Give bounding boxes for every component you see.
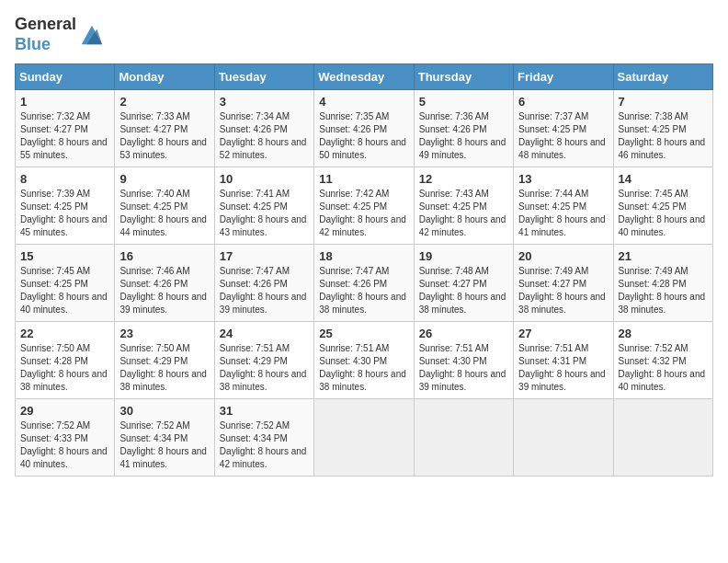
calendar-cell: 21 Sunrise: 7:49 AM Sunset: 4:28 PM Dayl… bbox=[613, 245, 712, 322]
calendar-cell: 14 Sunrise: 7:45 AM Sunset: 4:25 PM Dayl… bbox=[613, 167, 712, 245]
calendar-week-row: 8 Sunrise: 7:39 AM Sunset: 4:25 PM Dayli… bbox=[16, 167, 713, 245]
day-number: 28 bbox=[619, 327, 708, 340]
day-header-sunday: Sunday bbox=[16, 64, 115, 90]
day-number: 27 bbox=[518, 327, 608, 340]
calendar-cell: 20 Sunrise: 7:49 AM Sunset: 4:27 PM Dayl… bbox=[514, 245, 613, 322]
calendar-cell: 27 Sunrise: 7:51 AM Sunset: 4:31 PM Dayl… bbox=[514, 322, 613, 399]
calendar-cell: 24 Sunrise: 7:51 AM Sunset: 4:29 PM Dayl… bbox=[214, 322, 313, 399]
day-number: 31 bbox=[220, 404, 309, 418]
day-info: Sunrise: 7:46 AM Sunset: 4:26 PM Dayligh… bbox=[119, 265, 209, 316]
calendar-cell: 7 Sunrise: 7:38 AM Sunset: 4:25 PM Dayli… bbox=[613, 90, 712, 167]
day-info: Sunrise: 7:51 AM Sunset: 4:31 PM Dayligh… bbox=[518, 342, 608, 394]
day-number: 22 bbox=[20, 327, 109, 340]
day-number: 23 bbox=[119, 327, 209, 340]
calendar-cell: 17 Sunrise: 7:47 AM Sunset: 4:26 PM Dayl… bbox=[214, 245, 313, 322]
calendar-cell: 13 Sunrise: 7:44 AM Sunset: 4:25 PM Dayl… bbox=[514, 167, 613, 245]
day-number: 24 bbox=[220, 327, 309, 340]
day-info: Sunrise: 7:44 AM Sunset: 4:25 PM Dayligh… bbox=[518, 188, 608, 239]
day-info: Sunrise: 7:32 AM Sunset: 4:27 PM Dayligh… bbox=[20, 110, 109, 162]
day-info: Sunrise: 7:43 AM Sunset: 4:25 PM Dayligh… bbox=[419, 188, 508, 239]
day-number: 15 bbox=[20, 249, 109, 263]
day-info: Sunrise: 7:38 AM Sunset: 4:25 PM Dayligh… bbox=[619, 110, 708, 162]
calendar-cell: 10 Sunrise: 7:41 AM Sunset: 4:25 PM Dayl… bbox=[214, 167, 313, 245]
calendar-cell: 28 Sunrise: 7:52 AM Sunset: 4:32 PM Dayl… bbox=[613, 322, 712, 399]
day-header-saturday: Saturday bbox=[613, 64, 712, 90]
calendar-cell: 30 Sunrise: 7:52 AM Sunset: 4:34 PM Dayl… bbox=[115, 399, 214, 477]
day-number: 14 bbox=[619, 172, 708, 186]
day-number: 7 bbox=[619, 95, 708, 109]
day-info: Sunrise: 7:41 AM Sunset: 4:25 PM Dayligh… bbox=[220, 188, 309, 239]
calendar-cell: 2 Sunrise: 7:33 AM Sunset: 4:27 PM Dayli… bbox=[115, 90, 214, 167]
day-info: Sunrise: 7:52 AM Sunset: 4:34 PM Dayligh… bbox=[119, 419, 209, 471]
day-info: Sunrise: 7:36 AM Sunset: 4:26 PM Dayligh… bbox=[419, 110, 508, 162]
day-number: 3 bbox=[220, 95, 309, 109]
day-number: 18 bbox=[319, 249, 408, 263]
day-header-thursday: Thursday bbox=[414, 64, 513, 90]
calendar-cell: 11 Sunrise: 7:42 AM Sunset: 4:25 PM Dayl… bbox=[314, 167, 414, 245]
calendar-cell: 22 Sunrise: 7:50 AM Sunset: 4:28 PM Dayl… bbox=[16, 322, 115, 399]
calendar-cell: 6 Sunrise: 7:37 AM Sunset: 4:25 PM Dayli… bbox=[514, 90, 613, 167]
day-info: Sunrise: 7:45 AM Sunset: 4:25 PM Dayligh… bbox=[619, 188, 708, 239]
day-number: 25 bbox=[319, 327, 408, 340]
calendar-cell: 23 Sunrise: 7:50 AM Sunset: 4:29 PM Dayl… bbox=[115, 322, 214, 399]
logo: GeneralBlue bbox=[15, 15, 104, 54]
calendar-cell: 9 Sunrise: 7:40 AM Sunset: 4:25 PM Dayli… bbox=[115, 167, 214, 245]
calendar-cell: 4 Sunrise: 7:35 AM Sunset: 4:26 PM Dayli… bbox=[314, 90, 414, 167]
day-info: Sunrise: 7:49 AM Sunset: 4:28 PM Dayligh… bbox=[619, 265, 708, 316]
calendar-week-row: 29 Sunrise: 7:52 AM Sunset: 4:33 PM Dayl… bbox=[16, 399, 713, 477]
calendar-cell: 15 Sunrise: 7:45 AM Sunset: 4:25 PM Dayl… bbox=[16, 245, 115, 322]
calendar-cell: 19 Sunrise: 7:48 AM Sunset: 4:27 PM Dayl… bbox=[414, 245, 513, 322]
day-info: Sunrise: 7:51 AM Sunset: 4:30 PM Dayligh… bbox=[419, 342, 508, 394]
calendar-week-row: 1 Sunrise: 7:32 AM Sunset: 4:27 PM Dayli… bbox=[16, 90, 713, 167]
day-info: Sunrise: 7:47 AM Sunset: 4:26 PM Dayligh… bbox=[220, 265, 309, 316]
calendar-cell: 25 Sunrise: 7:51 AM Sunset: 4:30 PM Dayl… bbox=[314, 322, 414, 399]
day-header-tuesday: Tuesday bbox=[214, 64, 313, 90]
day-info: Sunrise: 7:33 AM Sunset: 4:27 PM Dayligh… bbox=[119, 110, 209, 162]
calendar-cell: 18 Sunrise: 7:47 AM Sunset: 4:26 PM Dayl… bbox=[314, 245, 414, 322]
calendar-cell bbox=[613, 399, 712, 477]
day-info: Sunrise: 7:52 AM Sunset: 4:34 PM Dayligh… bbox=[220, 419, 309, 471]
day-header-monday: Monday bbox=[115, 64, 214, 90]
calendar-week-row: 15 Sunrise: 7:45 AM Sunset: 4:25 PM Dayl… bbox=[16, 245, 713, 322]
calendar-cell: 12 Sunrise: 7:43 AM Sunset: 4:25 PM Dayl… bbox=[414, 167, 513, 245]
day-info: Sunrise: 7:35 AM Sunset: 4:26 PM Dayligh… bbox=[319, 110, 408, 162]
day-info: Sunrise: 7:52 AM Sunset: 4:33 PM Dayligh… bbox=[20, 419, 109, 471]
day-info: Sunrise: 7:45 AM Sunset: 4:25 PM Dayligh… bbox=[20, 265, 109, 316]
page-header: GeneralBlue bbox=[15, 15, 713, 54]
calendar-cell: 26 Sunrise: 7:51 AM Sunset: 4:30 PM Dayl… bbox=[414, 322, 513, 399]
calendar-cell: 1 Sunrise: 7:32 AM Sunset: 4:27 PM Dayli… bbox=[16, 90, 115, 167]
day-number: 2 bbox=[119, 95, 209, 109]
day-info: Sunrise: 7:34 AM Sunset: 4:26 PM Dayligh… bbox=[220, 110, 309, 162]
day-number: 21 bbox=[619, 249, 708, 263]
day-number: 29 bbox=[20, 404, 109, 418]
calendar-cell: 16 Sunrise: 7:46 AM Sunset: 4:26 PM Dayl… bbox=[115, 245, 214, 322]
day-number: 6 bbox=[518, 95, 608, 109]
day-number: 8 bbox=[20, 172, 109, 186]
day-number: 17 bbox=[220, 249, 309, 263]
day-number: 10 bbox=[220, 172, 309, 186]
logo-text: GeneralBlue bbox=[15, 15, 76, 54]
calendar-header-row: SundayMondayTuesdayWednesdayThursdayFrid… bbox=[16, 64, 713, 90]
day-info: Sunrise: 7:50 AM Sunset: 4:29 PM Dayligh… bbox=[119, 342, 209, 394]
day-info: Sunrise: 7:52 AM Sunset: 4:32 PM Dayligh… bbox=[619, 342, 708, 394]
day-info: Sunrise: 7:50 AM Sunset: 4:28 PM Dayligh… bbox=[20, 342, 109, 394]
calendar-cell: 31 Sunrise: 7:52 AM Sunset: 4:34 PM Dayl… bbox=[214, 399, 313, 477]
day-info: Sunrise: 7:40 AM Sunset: 4:25 PM Dayligh… bbox=[119, 188, 209, 239]
day-number: 19 bbox=[419, 249, 508, 263]
day-header-friday: Friday bbox=[514, 64, 613, 90]
logo-icon bbox=[78, 22, 104, 48]
day-number: 16 bbox=[119, 249, 209, 263]
calendar-cell bbox=[414, 399, 513, 477]
day-number: 5 bbox=[419, 95, 508, 109]
day-number: 1 bbox=[20, 95, 109, 109]
calendar-cell bbox=[514, 399, 613, 477]
calendar-cell: 8 Sunrise: 7:39 AM Sunset: 4:25 PM Dayli… bbox=[16, 167, 115, 245]
day-info: Sunrise: 7:51 AM Sunset: 4:29 PM Dayligh… bbox=[220, 342, 309, 394]
calendar-cell bbox=[314, 399, 414, 477]
day-info: Sunrise: 7:51 AM Sunset: 4:30 PM Dayligh… bbox=[319, 342, 408, 394]
calendar-table: SundayMondayTuesdayWednesdayThursdayFrid… bbox=[15, 63, 713, 477]
day-info: Sunrise: 7:37 AM Sunset: 4:25 PM Dayligh… bbox=[518, 110, 608, 162]
day-number: 12 bbox=[419, 172, 508, 186]
day-number: 9 bbox=[119, 172, 209, 186]
day-info: Sunrise: 7:42 AM Sunset: 4:25 PM Dayligh… bbox=[319, 188, 408, 239]
